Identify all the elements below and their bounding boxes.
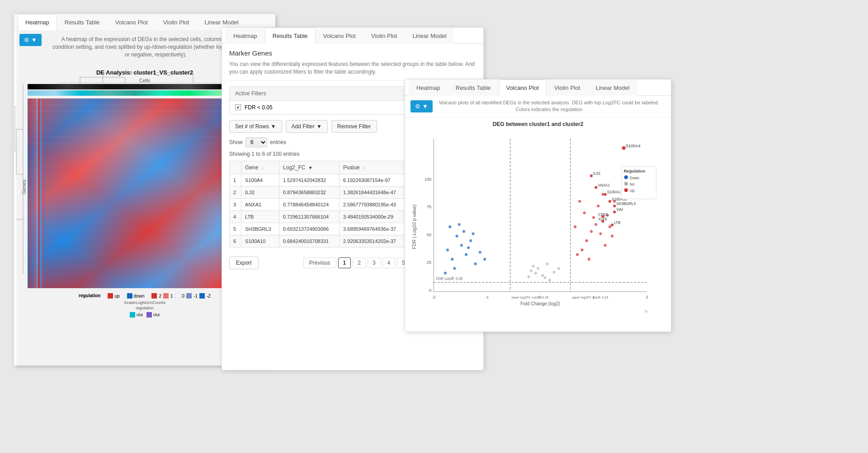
tab-heatmap[interactable]: Heatmap — [18, 14, 57, 30]
svg-point-87 — [576, 253, 579, 256]
prev-button[interactable]: Previous — [303, 257, 336, 268]
tab-volcano-2[interactable]: Volcano Plot — [316, 28, 363, 44]
filter-fdr-checkbox[interactable]: ✔ — [235, 104, 241, 110]
tab-violin-3[interactable]: Violin Plot — [547, 79, 588, 96]
tab-results-table-3[interactable]: Results Table — [448, 79, 499, 96]
page-2-button[interactable]: 2 — [353, 257, 366, 268]
svg-text:CD52: CD52 — [598, 212, 608, 216]
col-log2fc[interactable]: Log2_FC ▼ — [279, 161, 340, 174]
svg-text:Down: Down — [630, 176, 639, 180]
col-gene[interactable]: Gene ↕ — [241, 161, 279, 174]
dendrogram-svg — [14, 84, 27, 274]
filter-fdr-label: FDR < 0.05 — [245, 104, 273, 111]
cell-gene: LTB — [241, 210, 279, 223]
svg-rect-7 — [38, 98, 40, 288]
tab-violin-2[interactable]: Violin Plot — [363, 28, 405, 44]
svg-text:IL32: IL32 — [593, 172, 600, 176]
svg-point-106 — [609, 200, 611, 202]
entries-label: entries — [270, 139, 286, 145]
svg-point-82 — [580, 248, 583, 251]
add-filter-label: Add Filter — [292, 123, 315, 130]
gear-dropdown-arrow: ▼ — [31, 37, 37, 43]
svg-point-79 — [472, 232, 474, 235]
svg-point-77 — [483, 258, 486, 261]
svg-point-80 — [585, 239, 588, 242]
gear-settings-button[interactable]: ⚙ ▼ — [19, 34, 42, 46]
cell-log2fc: 0.684240016708331 — [279, 235, 340, 247]
svg-rect-9 — [42, 98, 44, 288]
volcano-gear-button[interactable]: ⚙ ▼ — [410, 100, 433, 112]
heatmap-legend: regulation up down 2 1 0 -1 -2 — [79, 293, 211, 299]
svg-text:50: 50 — [427, 232, 431, 237]
legend-up: up — [108, 293, 119, 299]
cell-num: 6 — [230, 235, 241, 247]
tab-results-table-1[interactable]: Results Table — [57, 14, 108, 30]
volcano-toolbar: ⚙ ▼ Volcano plots of all identified DEGs… — [405, 96, 671, 117]
log2fc-sort-icon[interactable]: ▼ — [308, 165, 313, 170]
svg-point-61 — [532, 265, 535, 267]
regulation-bottom-label: regulation — [136, 306, 154, 310]
cell-num: 1 — [230, 174, 241, 186]
svg-text:FDR cutoff: 0.05: FDR cutoff: 0.05 — [436, 277, 463, 281]
cell-pvalue: 3.4840150534000e-29 — [340, 210, 408, 223]
add-filter-button[interactable]: Add Filter ▼ — [286, 120, 328, 133]
cell-gene: ANXA1 — [241, 198, 279, 210]
tab-volcano-3[interactable]: Volcano Plot — [499, 79, 547, 96]
svg-point-75 — [462, 230, 465, 233]
page-1-button[interactable]: 1 — [338, 257, 351, 268]
svg-point-78 — [467, 246, 470, 249]
svg-point-58 — [537, 267, 539, 270]
svg-text:VIM: VIM — [616, 208, 623, 212]
svg-rect-2 — [28, 98, 29, 288]
value-legend: 2 1 0 -1 -2 — [151, 293, 211, 299]
gear-icon: ⚙ — [24, 37, 29, 43]
page-3-button[interactable]: 3 — [368, 257, 381, 268]
tab-linear-model-3[interactable]: Linear Model — [588, 79, 637, 96]
set-rows-button[interactable]: Set # of Rows ▼ — [229, 120, 282, 133]
tab-heatmap-2[interactable]: Heatmap — [226, 28, 265, 44]
cell-gene: S100A10 — [241, 235, 279, 247]
tab-heatmap-3[interactable]: Heatmap — [409, 79, 448, 96]
svg-point-70 — [448, 225, 451, 228]
page-4-button[interactable]: 4 — [382, 257, 396, 268]
export-button[interactable]: Export — [229, 257, 259, 269]
svg-point-124 — [624, 188, 628, 192]
gene-sort-icon[interactable]: ↕ — [261, 165, 264, 170]
svg-point-97 — [611, 234, 613, 237]
svg-text:0: 0 — [429, 288, 431, 292]
norm-label: ScaterLogNormCounts — [124, 300, 165, 305]
cell-num: 2 — [230, 186, 241, 198]
entries-select[interactable]: 6102550 — [245, 137, 267, 147]
tab-violin-1[interactable]: Violin Plot — [156, 14, 197, 30]
cluster1-legend: clut — [130, 312, 143, 318]
volcano-svg-container: FDR (-Log10 p value) Fold Change (log2) … — [410, 129, 665, 320]
svg-rect-5 — [34, 98, 36, 288]
legend-down: down — [127, 293, 145, 299]
marker-genes-desc: You can view the differentially expresse… — [222, 59, 483, 81]
tab-linear-model-2[interactable]: Linear Model — [405, 28, 454, 44]
cell-gene: SH3BGRL3 — [241, 223, 279, 235]
tab-volcano-1[interactable]: Volcano Plot — [108, 14, 156, 30]
svg-point-67 — [460, 244, 463, 247]
cell-log2fc: 0.87943658883232 — [279, 186, 340, 198]
cluster1-color — [130, 312, 135, 318]
cell-num: 5 — [230, 223, 241, 235]
legend-1 — [163, 293, 169, 299]
tab-results-table-2[interactable]: Results Table — [265, 28, 316, 44]
cluster-legend: clut clut — [130, 312, 160, 318]
volcano-gear-arrow: ▼ — [422, 103, 428, 110]
svg-point-86 — [588, 258, 590, 261]
svg-text:Fold Change (log2): Fold Change (log2) — [520, 301, 560, 306]
svg-text:100: 100 — [425, 177, 431, 181]
svg-point-76 — [444, 271, 447, 274]
col-pvalue[interactable]: Pvalue ↕ — [340, 161, 408, 174]
pvalue-sort-icon[interactable]: ↕ — [363, 165, 365, 170]
svg-text:2: 2 — [646, 295, 648, 299]
svg-point-56 — [541, 274, 544, 277]
cell-log2fc: 0.693213724903086 — [279, 223, 340, 235]
svg-point-68 — [465, 253, 467, 256]
remove-filter-button[interactable]: Remove Filter — [331, 120, 377, 133]
volcano-gear-icon: ⚙ — [415, 103, 420, 110]
svg-point-92 — [583, 211, 585, 214]
cell-pvalue: 3.68959469764936e-37 — [340, 223, 408, 235]
